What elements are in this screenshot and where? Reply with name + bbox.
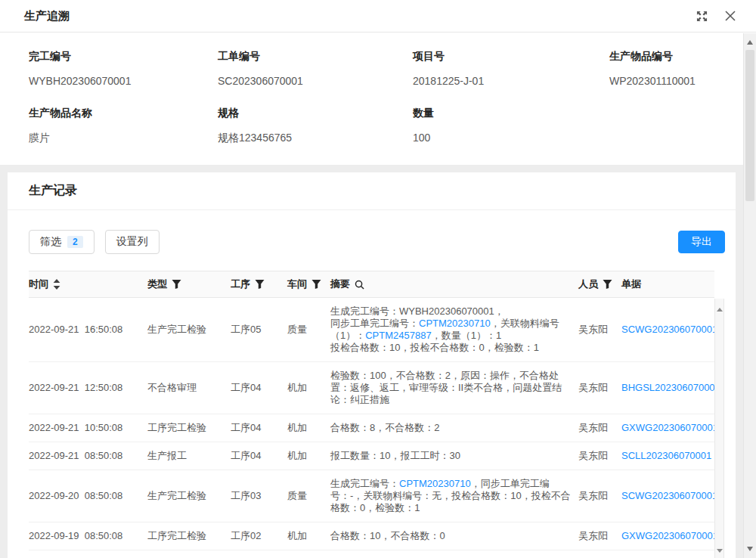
filter-icon[interactable] <box>172 280 181 289</box>
table-row: 2022-09-20 08:50:08生产完工检验工序03质量生成完工编号：CP… <box>29 470 714 522</box>
cell-type: 工序完工检验 <box>147 414 231 442</box>
column-header-type[interactable]: 类型 <box>147 271 231 297</box>
cell-summary: 报工数量：10，报工工时：30 <box>330 550 578 558</box>
cell-time: 2022-09-21 12:50:08 <box>29 362 147 414</box>
column-header-doc: 单据 <box>621 271 714 297</box>
set-columns-button[interactable]: 设置列 <box>105 230 160 254</box>
section-gap <box>0 165 743 172</box>
column-header-time[interactable]: 时间 <box>29 271 147 297</box>
field-item-name: 生产物品名称 膜片 <box>29 107 218 145</box>
cell-person: 吴东阳 <box>578 298 621 361</box>
cell-workshop: 机加 <box>287 414 330 442</box>
modal-header: 生产追溯 <box>0 0 756 33</box>
scroll-up-icon[interactable] <box>744 36 756 48</box>
cell-summary: 生成完工编号：WYBH202306070001， 同步工单完工编号：CPTM20… <box>330 298 578 361</box>
column-label: 人员 <box>578 277 598 291</box>
cell-time: 2022-09-21 10:50:08 <box>29 414 147 442</box>
doc-link[interactable]: BHGSL202306070001 <box>621 382 714 394</box>
scroll-down-icon[interactable] <box>744 543 756 555</box>
table-row: 2022-09-18 08:50:08生产报工工序01机加报工数量：10，报工工… <box>29 550 714 558</box>
production-records-card: 生产记录 筛选 2 设置列 导出 时间 <box>8 172 736 558</box>
modal-body: 完工编号 WYBH202306070001 工单编号 SC20230607000… <box>0 33 743 558</box>
field-label: 生产物品名称 <box>29 107 218 120</box>
field-spec: 规格 规格123456765 <box>218 107 413 145</box>
scroll-down-icon[interactable] <box>715 544 723 556</box>
doc-link[interactable]: GXWG202306070001 <box>621 530 714 542</box>
cell-process: 工序04 <box>231 362 287 414</box>
field-label: 数量 <box>413 107 609 120</box>
filter-icon[interactable] <box>311 280 321 289</box>
column-label: 类型 <box>147 277 167 291</box>
column-label: 时间 <box>29 277 48 291</box>
doc-link[interactable]: GXWG202306070001 <box>621 422 714 434</box>
filter-icon[interactable] <box>603 280 612 289</box>
modal-scrollbar[interactable] <box>743 33 756 558</box>
cell-process: 工序05 <box>231 298 287 361</box>
table-row: 2022-09-21 16:50:08生产完工检验工序05质量生成完工编号：WY… <box>29 298 714 362</box>
table-row: 2022-09-21 08:50:08生产报工工序04机加报工数量：10，报工工… <box>29 442 714 470</box>
field-value: SC202306070001 <box>218 75 413 87</box>
filter-icon[interactable] <box>255 280 265 289</box>
table-scrollbar[interactable] <box>714 299 724 558</box>
cell-time: 2022-09-18 08:50:08 <box>29 550 147 558</box>
field-label: 项目号 <box>413 50 609 64</box>
field-value: 100 <box>413 132 609 144</box>
search-icon[interactable] <box>355 280 364 290</box>
cell-type: 生产完工检验 <box>147 470 231 522</box>
set-columns-label: 设置列 <box>116 235 148 249</box>
sort-icon[interactable] <box>53 279 60 290</box>
cell-doc: GXWG202306070001 <box>621 414 714 442</box>
cell-doc: SCLL202306070001 <box>621 442 714 470</box>
cell-person: 吴东阳 <box>578 470 621 522</box>
header-actions <box>696 10 736 22</box>
cell-summary: 生成完工编号：CPTM20230710，同步工单完工编号：-，关联物料编号：无，… <box>330 470 578 522</box>
doc-link[interactable]: SCWG202306070001 <box>621 324 714 336</box>
export-button[interactable]: 导出 <box>678 231 725 253</box>
column-header-person[interactable]: 人员 <box>578 271 621 297</box>
cell-doc: GXWG202306070001 <box>621 522 714 550</box>
doc-link[interactable]: SCLL202306070001 <box>621 450 711 462</box>
column-header-workshop[interactable]: 车间 <box>287 271 330 297</box>
column-header-summary[interactable]: 摘要 <box>330 271 578 297</box>
close-icon[interactable] <box>724 10 736 22</box>
records-toolbar: 筛选 2 设置列 导出 <box>8 210 736 271</box>
summary-link[interactable]: CPTM20230710 <box>399 478 471 489</box>
field-value: 规格123456765 <box>218 132 413 145</box>
column-label: 车间 <box>287 277 307 291</box>
field-item-no: 生产物品编号 WP202301110001 <box>609 50 714 87</box>
field-completion-no: 完工编号 WYBH202306070001 <box>29 50 218 87</box>
cell-summary: 合格数：10，不合格数：0 <box>330 522 578 550</box>
cell-person: 吴东阳 <box>578 550 621 558</box>
cell-process: 工序03 <box>231 470 287 522</box>
table-header-row: 时间 类型 <box>29 271 714 298</box>
summary-link[interactable]: CPTM20230710 <box>419 318 491 329</box>
cell-type: 生产报工 <box>147 442 231 470</box>
cell-person: 吴东阳 <box>578 522 621 550</box>
expand-icon[interactable] <box>696 10 708 22</box>
field-value: 膜片 <box>29 132 218 145</box>
modal-title: 生产追溯 <box>24 9 70 23</box>
cell-time: 2022-09-20 08:50:08 <box>29 470 147 522</box>
column-header-process[interactable]: 工序 <box>231 271 287 297</box>
field-value: 20181225-J-01 <box>413 75 609 87</box>
table-body: 2022-09-21 16:50:08生产完工检验工序05质量生成完工编号：WY… <box>29 298 714 558</box>
cell-workshop: 机加 <box>287 550 330 558</box>
cell-summary: 合格数：8，不合格数：2 <box>330 414 578 442</box>
column-label: 摘要 <box>330 277 350 291</box>
scrollbar-thumb[interactable] <box>745 50 754 201</box>
cell-doc: SCWG202306070001 <box>621 298 714 361</box>
field-value: WYBH202306070001 <box>29 75 218 87</box>
records-section-title: 生产记录 <box>29 184 77 197</box>
cell-time: 2022-09-21 08:50:08 <box>29 442 147 470</box>
field-label: 完工编号 <box>29 50 218 64</box>
summary-link[interactable]: CPTM2457887 <box>365 330 431 341</box>
field-label: 工单编号 <box>218 50 413 64</box>
cell-time: 2022-09-19 08:50:08 <box>29 522 147 550</box>
order-info-card: 完工编号 WYBH202306070001 工单编号 SC20230607000… <box>0 33 743 165</box>
cell-person: 吴东阳 <box>578 414 621 442</box>
cell-workshop: 机加 <box>287 522 330 550</box>
cell-person: 吴东阳 <box>578 362 621 414</box>
filter-button[interactable]: 筛选 2 <box>29 230 94 254</box>
scroll-up-icon[interactable] <box>715 303 723 315</box>
doc-link[interactable]: SCWG202306070001 <box>621 490 714 502</box>
